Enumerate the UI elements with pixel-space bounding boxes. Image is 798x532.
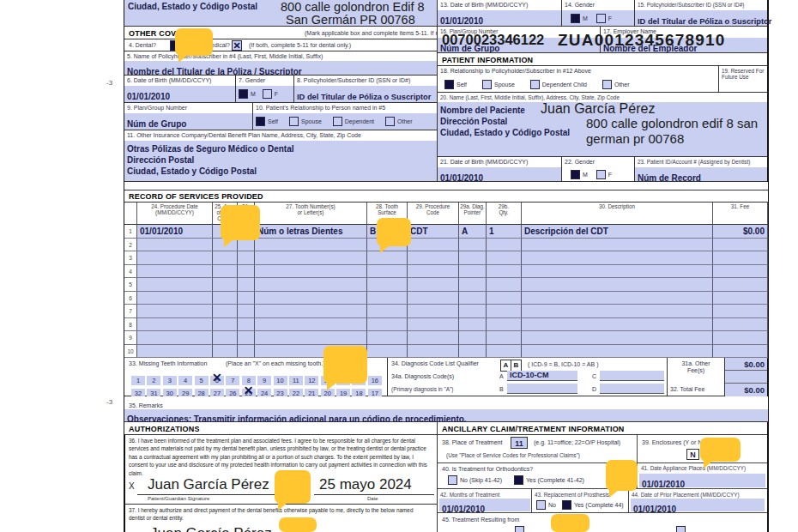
other-fee-value[interactable]: $0.00 bbox=[725, 358, 767, 371]
service-cell-r4-c7[interactable] bbox=[459, 265, 487, 279]
service-cell-r7-c7[interactable] bbox=[459, 305, 487, 318]
service-cell-r6-c10[interactable] bbox=[713, 292, 768, 305]
service-cell-r2-c1[interactable] bbox=[137, 239, 213, 252]
item-41-value[interactable]: 01/01/2010 bbox=[642, 480, 685, 489]
service-cell-r7-c4[interactable] bbox=[255, 305, 367, 318]
service-cell-r3-c3[interactable] bbox=[238, 251, 255, 265]
service-cell-r8-c6[interactable] bbox=[408, 318, 459, 332]
item-11-line3[interactable]: Ciudad, Estado y Código Postal bbox=[127, 166, 434, 177]
service-cell-r5-c5[interactable] bbox=[367, 278, 408, 292]
diagnosis-code-d[interactable] bbox=[600, 384, 664, 394]
service-cell-r6-c5[interactable] bbox=[367, 292, 408, 305]
service-cell-r2-c7[interactable] bbox=[459, 239, 487, 252]
service-cell-r4-c2[interactable] bbox=[213, 265, 238, 279]
service-cell-r6-c1[interactable] bbox=[137, 292, 213, 305]
service-cell-r3-c9[interactable] bbox=[522, 251, 713, 265]
service-cell-r2-c10[interactable] bbox=[713, 239, 768, 252]
services-table[interactable]: 101/01/2010Núm o letras DientesBCDTA1Des… bbox=[124, 225, 768, 359]
service-cell-r9-c1[interactable] bbox=[137, 331, 213, 345]
checkbox-f[interactable] bbox=[596, 170, 606, 179]
service-cell-r6-c4[interactable] bbox=[255, 292, 367, 305]
service-cell-r7-c1[interactable] bbox=[137, 305, 213, 318]
service-cell-r6-c8[interactable] bbox=[487, 292, 522, 305]
service-cell-r8-c2[interactable] bbox=[213, 318, 238, 332]
service-cell-r5-c9[interactable] bbox=[522, 278, 713, 292]
service-cell-r6-c9[interactable] bbox=[522, 292, 713, 305]
service-cell-r3-c5[interactable] bbox=[367, 251, 408, 265]
patient-name-entry[interactable]: Juan García Pérez bbox=[541, 101, 655, 117]
other-fee-value-2[interactable] bbox=[725, 371, 767, 384]
service-cell-r7-c8[interactable] bbox=[487, 305, 522, 318]
service-cell-r10-c6[interactable] bbox=[408, 345, 459, 359]
service-cell-r9-c3[interactable] bbox=[238, 331, 255, 345]
service-cell-r9-c8[interactable] bbox=[487, 331, 522, 345]
qualifier-b-box[interactable]: B bbox=[511, 360, 522, 372]
checkbox-spouse[interactable] bbox=[289, 117, 299, 126]
service-cell-r1-c4[interactable]: Núm o letras Dientes bbox=[255, 225, 367, 239]
service-cell-r9-c6[interactable] bbox=[408, 331, 459, 345]
service-cell-r1-c7[interactable]: A bbox=[459, 225, 487, 239]
service-cell-r5-c7[interactable] bbox=[459, 278, 487, 292]
service-cell-r6-c6[interactable] bbox=[408, 292, 459, 305]
service-cell-r8-c1[interactable] bbox=[137, 318, 213, 332]
service-cell-r3-c6[interactable] bbox=[408, 251, 459, 265]
service-cell-r2-c4[interactable] bbox=[255, 239, 367, 252]
service-cell-r3-c8[interactable] bbox=[487, 251, 522, 265]
prosthesis-checkboxes[interactable]: NoYes (Complete 44) bbox=[536, 500, 624, 510]
gender-checkboxes-22[interactable]: MF bbox=[562, 167, 634, 181]
service-cell-r8-c5[interactable] bbox=[367, 318, 408, 332]
checkbox-m[interactable] bbox=[239, 89, 248, 99]
service-cell-r5-c8[interactable] bbox=[487, 278, 522, 292]
treatment-result-checkbox-3[interactable] bbox=[676, 526, 686, 532]
service-cell-r10-c8[interactable] bbox=[487, 345, 522, 359]
service-cell-r4-c5[interactable] bbox=[367, 265, 408, 279]
relationship-checkboxes-10[interactable]: SelfSpouseDependentOther bbox=[253, 113, 437, 130]
other-address-line1[interactable]: 800 calle golondron Edif 8 bbox=[281, 0, 425, 14]
service-cell-r10-c7[interactable] bbox=[459, 345, 487, 359]
service-cell-r1-c1[interactable]: 01/01/2010 bbox=[137, 225, 213, 239]
date-line[interactable] bbox=[314, 494, 434, 495]
service-cell-r8-c8[interactable] bbox=[487, 318, 522, 332]
diagnosis-code-c[interactable] bbox=[600, 371, 664, 381]
item-8-value[interactable]: ID del Titular de Póliza o Suscriptor bbox=[297, 93, 431, 101]
plan-group-number-entry[interactable]: 0070023346122 bbox=[442, 32, 544, 48]
checkbox-no-skip-41-42-[interactable] bbox=[448, 475, 457, 485]
service-cell-r8-c3[interactable] bbox=[238, 318, 255, 332]
service-cell-r4-c3[interactable] bbox=[238, 265, 255, 279]
service-cell-r3-c7[interactable] bbox=[459, 251, 487, 265]
service-cell-r8-c7[interactable] bbox=[459, 318, 487, 332]
service-cell-r1-c6[interactable]: CDT bbox=[408, 225, 459, 239]
service-cell-r6-c3[interactable] bbox=[238, 292, 255, 305]
checkbox-self[interactable] bbox=[256, 117, 265, 126]
checkbox-yes-complete-41-42-[interactable] bbox=[514, 475, 523, 485]
patient-address-line1[interactable]: 800 calle golondron edif 8 san bbox=[586, 116, 758, 130]
service-cell-r5-c10[interactable] bbox=[713, 278, 768, 292]
service-cell-r6-c2[interactable] bbox=[213, 292, 238, 305]
service-cell-r10-c3[interactable] bbox=[238, 345, 255, 359]
service-cell-r9-c4[interactable] bbox=[255, 331, 367, 345]
checkbox-f[interactable] bbox=[596, 14, 606, 23]
checkbox-dependent-child[interactable] bbox=[530, 80, 540, 89]
total-fee-value[interactable]: $0.00 bbox=[725, 384, 767, 396]
service-cell-r8-c9[interactable] bbox=[522, 318, 713, 332]
service-cell-r4-c4[interactable] bbox=[255, 265, 367, 279]
service-cell-r2-c6[interactable] bbox=[408, 239, 459, 252]
item-6-value[interactable]: 01/01/2010 bbox=[127, 92, 170, 101]
service-cell-r9-c5[interactable] bbox=[367, 331, 408, 345]
diagnosis-code-b[interactable] bbox=[507, 384, 577, 394]
enclosures-box[interactable]: N bbox=[686, 449, 699, 460]
medical-checkbox[interactable]: ✕ bbox=[232, 40, 242, 51]
service-cell-r3-c2[interactable] bbox=[213, 251, 238, 265]
service-cell-r7-c5[interactable] bbox=[367, 305, 408, 318]
second-signature-entry[interactable]: Juan García Pérez bbox=[150, 525, 272, 532]
orthodontics-checkboxes[interactable]: No (Skip 41-42)Yes (Complete 41-42) bbox=[448, 475, 584, 485]
service-cell-r4-c8[interactable] bbox=[487, 265, 522, 279]
checkbox-yes-complete-44-[interactable] bbox=[562, 500, 571, 510]
service-cell-r8-c4[interactable] bbox=[255, 318, 367, 332]
service-cell-r4-c1[interactable] bbox=[137, 265, 213, 279]
item-15-value[interactable]: ID del Titular de Póliza o Suscriptor bbox=[638, 17, 771, 26]
item-9-value[interactable]: Núm de Grupo bbox=[127, 119, 186, 129]
item-11-line2[interactable]: Dirección Postal bbox=[127, 154, 434, 166]
service-cell-r1-c10[interactable]: $0.00 bbox=[713, 225, 768, 239]
relationship-checkboxes-18[interactable]: SelfSpouseDependent ChildOther bbox=[438, 76, 718, 92]
